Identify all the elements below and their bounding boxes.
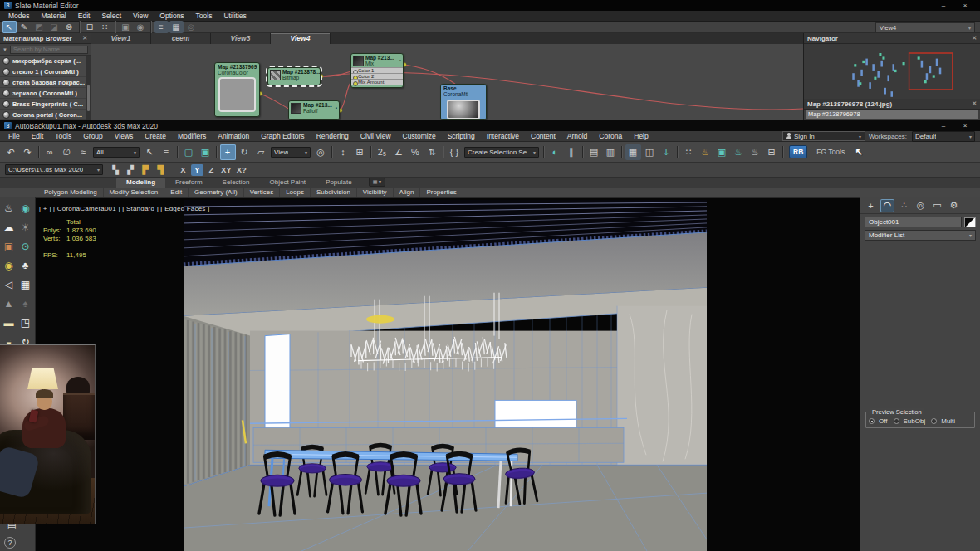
schematic-view-icon[interactable]: ◫: [642, 144, 658, 160]
corona-teapot-icon[interactable]: ♨: [1, 200, 17, 216]
sme-tab-view3[interactable]: View3: [211, 33, 271, 44]
ribbon-group-geometry-all-[interactable]: Geometry (All): [189, 188, 244, 197]
ribbon-group-properties[interactable]: Properties: [420, 188, 463, 197]
node-slot-color2[interactable]: Color 2: [351, 73, 403, 79]
map-name-field[interactable]: Map #2138796978: [806, 110, 978, 119]
select-object-icon[interactable]: ↖: [142, 144, 158, 160]
close-icon[interactable]: ✕: [972, 35, 977, 41]
ribbon-group-align[interactable]: Align: [394, 188, 421, 197]
node-header[interactable]: Map #2138796977 CoronaColor: [215, 63, 259, 76]
mirror-icon[interactable]: ◐: [547, 144, 563, 160]
axis-constraint-y[interactable]: Y: [191, 164, 203, 176]
minimize-button[interactable]: [933, 0, 954, 11]
sme-menu-edit[interactable]: Edit: [72, 11, 96, 22]
object-color-swatch[interactable]: [964, 217, 976, 227]
max-titlebar[interactable]: 3 AutoBackup01.max - Autodesk 3ds Max 20…: [0, 120, 980, 131]
close-button[interactable]: [954, 120, 976, 131]
light-lister-icon[interactable]: ◉: [1, 257, 17, 273]
selection-filter-dropdown[interactable]: All: [93, 147, 140, 158]
chevron-down-icon[interactable]: ▼: [2, 47, 7, 52]
render-setup-alt-icon[interactable]: ↧: [659, 144, 674, 160]
window-crossing-icon[interactable]: ▣: [198, 144, 213, 160]
sme-tab-ceem[interactable]: ceem: [151, 33, 211, 44]
close-icon[interactable]: ✕: [82, 35, 87, 41]
viewport[interactable]: [ + ] [ CoronaCamera001 ] [ Standard ] […: [36, 197, 860, 551]
ribbon-group-modify-selection[interactable]: Modify Selection: [104, 188, 165, 197]
sme-menu-tools[interactable]: Tools: [190, 11, 218, 22]
node-mix[interactable]: Map #213... Mix ▪ Color 1 Color 2 Mix Am…: [350, 53, 404, 88]
max-menu-content[interactable]: Content: [525, 131, 561, 142]
node-collapse-icon[interactable]: ▪: [399, 58, 401, 63]
show-in-viewport-icon[interactable]: ◪: [47, 21, 61, 33]
forest-icon[interactable]: ♣: [17, 257, 33, 273]
navigator-header[interactable]: Navigator ✕: [804, 33, 980, 44]
node-falloff[interactable]: Map #213... Falloff ▪: [288, 100, 340, 120]
max-menu-edit[interactable]: Edit: [26, 131, 50, 142]
delete-selected-icon[interactable]: ⊗: [62, 21, 76, 33]
angle-snap-icon[interactable]: ∠: [391, 144, 407, 160]
close-icon[interactable]: ✕: [972, 100, 977, 107]
node-bitmap[interactable]: Map #213878... Bitmap: [267, 67, 321, 85]
reference-coordinate-dropdown[interactable]: View: [271, 147, 311, 158]
ribbon-tab-object-paint[interactable]: Object Paint: [259, 178, 316, 188]
node-header[interactable]: Base CoronaMtl: [441, 85, 486, 98]
node-header[interactable]: Map #213878... Bitmap: [282, 69, 321, 80]
material-item[interactable]: зеркало ( CoronaMtl ): [0, 88, 91, 99]
redo-icon[interactable]: ↷: [20, 144, 36, 160]
material-item[interactable]: стекло 1 ( CoronaMtl ): [0, 66, 91, 77]
select-tool-icon[interactable]: ↖: [2, 21, 17, 33]
create-tab-icon[interactable]: +: [864, 199, 878, 212]
hierarchy-tab-icon[interactable]: ∴: [897, 199, 911, 212]
named-selection-d-icon[interactable]: ▜: [154, 163, 168, 176]
lightbox-icon[interactable]: ▬: [1, 315, 17, 330]
max-menu-civil-view[interactable]: Civil View: [355, 131, 397, 142]
node-collapse-icon[interactable]: ▪: [336, 105, 337, 110]
frame-buffer-icon[interactable]: ▣: [1, 238, 17, 254]
sme-menu-view[interactable]: View: [127, 11, 154, 22]
snaps-toggle-icon[interactable]: 2₅: [375, 144, 390, 160]
modifier-list-dropdown[interactable]: Modifier List: [865, 230, 976, 241]
minimize-button[interactable]: [933, 120, 954, 131]
named-selection-set-dropdown[interactable]: Create Selection Se: [464, 147, 539, 158]
toggle-layer-explorer-icon[interactable]: ▥: [603, 144, 619, 160]
map-parameter-header[interactable]: Map #2138796978 (124.jpg) ✕: [804, 99, 980, 110]
unlink-selection-icon[interactable]: ∅: [59, 144, 75, 160]
sme-tab-view4[interactable]: View4: [271, 33, 331, 44]
node-canvas[interactable]: Map #2138796977 CoronaColor Map #213878.…: [91, 44, 803, 120]
navigator-view-dropdown[interactable]: View4: [875, 22, 975, 32]
node-base-coronamtl[interactable]: Base CoronaMtl: [440, 84, 487, 120]
hide-unused-nodeslots-icon[interactable]: ∷: [98, 21, 112, 33]
max-menu-graph-editors[interactable]: Graph Editors: [255, 131, 310, 142]
axis-constraint-x?[interactable]: X?: [235, 164, 248, 176]
move-children-icon[interactable]: ⊟: [83, 21, 97, 33]
project-folder-dropdown[interactable]: C:\Users\1\..ds Max 2020: [5, 164, 103, 175]
edit-named-sets-icon[interactable]: { }: [447, 144, 463, 160]
max-menu-create[interactable]: Create: [139, 131, 172, 142]
undo-icon[interactable]: ↶: [3, 144, 19, 160]
node-slot-color1[interactable]: Color 1: [351, 67, 403, 73]
node-corona-color[interactable]: Map #2138796977 CoronaColor: [214, 62, 260, 117]
tree-box-icon[interactable]: ◳: [17, 315, 33, 330]
node-header[interactable]: Map #213... Falloff: [303, 102, 332, 114]
select-and-link-icon[interactable]: ∞: [42, 144, 58, 160]
pick-material-icon[interactable]: ✎: [17, 21, 32, 33]
max-menu-tools[interactable]: Tools: [49, 131, 77, 142]
ribbon-minimize-icon[interactable]: ▦ ▾: [369, 178, 385, 187]
axis-constraint-xy[interactable]: XY: [219, 164, 233, 176]
named-selection-a-icon[interactable]: ▚: [109, 163, 123, 176]
rectangular-selection-region-icon[interactable]: ▢: [181, 144, 197, 160]
select-by-name-icon[interactable]: ≡: [159, 144, 174, 160]
help-icon[interactable]: ?: [4, 537, 16, 549]
speaker-icon[interactable]: ◁: [1, 276, 17, 292]
ribbon-tab-selection[interactable]: Selection: [213, 178, 260, 188]
sme-titlebar[interactable]: 3 Slate Material Editor: [0, 0, 980, 11]
percent-snap-icon[interactable]: %: [408, 144, 424, 160]
preview-multi-radio[interactable]: [931, 418, 937, 424]
state-sets-icon[interactable]: ∷: [681, 144, 697, 160]
zoom-tool-icon[interactable]: ◎: [184, 21, 198, 33]
keyboard-override-icon[interactable]: ⊞: [352, 144, 368, 160]
show-background-icon[interactable]: ▣: [119, 21, 133, 33]
ribbon-tab-populate[interactable]: Populate: [316, 178, 362, 188]
layout-all-icon[interactable]: ▦: [169, 21, 184, 33]
render-flyout-icon[interactable]: ♨: [747, 144, 763, 160]
